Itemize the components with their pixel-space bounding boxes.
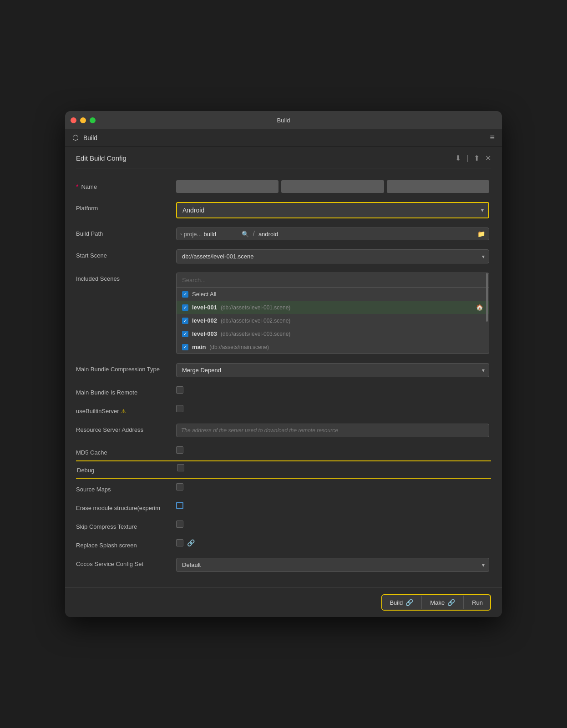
- debug-control: [177, 464, 488, 471]
- scene-name-level-003: level-003: [192, 330, 217, 337]
- resource-server-address-label: Resource Server Address: [76, 424, 176, 433]
- build-button-label: Build: [390, 599, 403, 606]
- erase-module-checkbox[interactable]: [176, 502, 183, 509]
- compression-type-select[interactable]: Merge Depend None Merge All JSON Mini Ga…: [176, 363, 489, 377]
- make-button-icon: 🔗: [447, 599, 455, 606]
- scene-checkbox-level-003[interactable]: ✓: [182, 331, 188, 337]
- path-folder-icon[interactable]: 📁: [477, 230, 485, 238]
- close-panel-button[interactable]: ✕: [485, 154, 491, 162]
- form-section: * Name Platform: [76, 176, 491, 576]
- bottom-bar: Build 🔗 Make 🔗 Run: [65, 587, 502, 617]
- use-builtin-server-checkbox[interactable]: [176, 405, 183, 412]
- main-bundle-is-remote-control: [176, 386, 489, 394]
- name-segment-1: [176, 180, 278, 193]
- source-maps-row: Source Maps: [76, 479, 489, 497]
- select-all-checkbox[interactable]: ✓: [182, 291, 188, 298]
- minimize-window-button[interactable]: [80, 117, 86, 123]
- main-bundle-is-remote-label-text: Main Bundle Is Remote: [76, 389, 137, 396]
- erase-module-row: Erase module structure(experim: [76, 497, 489, 516]
- save-config-icon[interactable]: ⬇: [455, 154, 461, 162]
- close-window-button[interactable]: [71, 117, 76, 123]
- scenes-panel: ✓ Select All ✓ level-001 (db://assets/le…: [176, 273, 489, 354]
- skip-compress-texture-label-text: Skip Compress Texture: [76, 523, 137, 530]
- cocos-service-config-label: Cocos Service Config Set: [76, 558, 176, 567]
- path-search-icon[interactable]: 🔍: [242, 231, 249, 238]
- divider: |: [466, 154, 468, 162]
- scene-checkbox-level-002[interactable]: ✓: [182, 318, 188, 324]
- cocos-service-config-select[interactable]: Default: [176, 558, 489, 572]
- skip-compress-texture-label: Skip Compress Texture: [76, 521, 176, 530]
- scene-checkbox-level-001[interactable]: ✓: [182, 304, 188, 311]
- start-scene-control: db://assets/level-001.scene db://assets/…: [176, 249, 489, 263]
- build-path-row: Build Path › proje... 🔍 / 📁: [76, 223, 489, 245]
- scenes-search-input[interactable]: [177, 273, 489, 288]
- debug-checkbox[interactable]: [177, 464, 184, 471]
- warn-icon: ⚠: [121, 408, 126, 415]
- action-buttons-group: Build 🔗 Make 🔗 Run: [381, 594, 491, 611]
- export-config-icon[interactable]: ⬆: [474, 154, 480, 162]
- run-button[interactable]: Run: [465, 596, 490, 610]
- source-maps-checkbox[interactable]: [176, 483, 183, 490]
- name-segment-3: [387, 180, 489, 193]
- md5-cache-control: [176, 446, 489, 454]
- scene-item-main[interactable]: ✓ main (db://assets/main.scene): [177, 340, 489, 354]
- resource-server-address-label-text: Resource Server Address: [76, 426, 143, 433]
- maximize-window-button[interactable]: [90, 117, 96, 123]
- scene-checkbox-main[interactable]: ✓: [182, 344, 188, 350]
- skip-compress-texture-control: [176, 521, 489, 528]
- skip-compress-texture-checkbox[interactable]: [176, 521, 183, 528]
- make-button-label: Make: [430, 599, 445, 606]
- use-builtin-server-label-text: useBuiltinServer: [76, 408, 119, 415]
- included-scenes-label: Included Scenes: [76, 273, 176, 282]
- replace-splash-external-link-icon[interactable]: 🔗: [187, 539, 195, 546]
- skip-compress-texture-row: Skip Compress Texture: [76, 516, 489, 535]
- scene-item-level-002[interactable]: ✓ level-002 (db://assets/level-002.scene…: [177, 314, 489, 327]
- replace-splash-screen-label: Replace Splash screen: [76, 539, 176, 549]
- build-path-label: Build Path: [76, 228, 176, 237]
- scenes-scrollbar: [486, 273, 488, 354]
- included-scenes-label-text: Included Scenes: [76, 275, 120, 282]
- start-scene-select[interactable]: db://assets/level-001.scene db://assets/…: [176, 249, 489, 263]
- edit-build-config-panel: Edit Build Config ⬇ | ⬆ ✕ * Name: [65, 147, 502, 587]
- platform-select[interactable]: Android iOS Web Mobile Web Desktop Windo…: [177, 203, 488, 217]
- menu-icon: ⬡: [72, 133, 79, 142]
- use-builtin-server-label: useBuiltinServer ⚠: [76, 405, 176, 415]
- included-scenes-control: ✓ Select All ✓ level-001 (db://assets/le…: [176, 273, 489, 354]
- replace-splash-screen-checkbox[interactable]: [176, 539, 183, 546]
- name-control: [176, 180, 489, 193]
- scene-item-level-003[interactable]: ✓ level-003 (db://assets/level-003.scene…: [177, 327, 489, 340]
- md5-cache-label: MD5 Cache: [76, 446, 176, 456]
- panel-title: Edit Build Config: [76, 154, 127, 162]
- replace-splash-screen-control: 🔗: [176, 539, 489, 546]
- build-button[interactable]: Build 🔗: [382, 595, 420, 610]
- scene-path-level-001: (db://assets/level-001.scene): [221, 304, 290, 311]
- menu-bar: ⬡ Build ≡: [65, 129, 502, 147]
- resource-server-address-control: [176, 424, 489, 437]
- platform-control: Android iOS Web Mobile Web Desktop Windo…: [176, 202, 489, 218]
- cocos-service-config-control: Default ▾: [176, 558, 489, 572]
- platform-label-text: Platform: [76, 205, 98, 212]
- md5-cache-checkbox[interactable]: [176, 446, 183, 454]
- name-row: * Name: [76, 176, 489, 197]
- scenes-scrollbar-thumb: [486, 273, 488, 321]
- panel-header-actions: ⬇ | ⬆ ✕: [455, 154, 491, 162]
- start-scene-label-text: Start Scene: [76, 252, 107, 259]
- make-button[interactable]: Make 🔗: [423, 595, 462, 610]
- select-all-item[interactable]: ✓ Select All: [177, 288, 489, 301]
- name-segment-2: [281, 180, 384, 193]
- scene-name-level-001: level-001: [192, 304, 217, 311]
- hamburger-menu-icon[interactable]: ≡: [490, 133, 495, 142]
- build-path-build-input[interactable]: [203, 231, 240, 238]
- source-maps-label: Source Maps: [76, 483, 176, 493]
- md5-cache-label-text: MD5 Cache: [76, 449, 107, 456]
- btn-separator-1: [421, 596, 422, 609]
- resource-server-address-input[interactable]: [176, 424, 489, 437]
- debug-label-text: Debug: [77, 467, 94, 474]
- scene-item-level-001[interactable]: ✓ level-001 (db://assets/level-001.scene…: [177, 301, 489, 314]
- erase-module-label-text: Erase module structure(experim: [76, 505, 160, 511]
- scene-home-icon-level-001: 🏠: [476, 304, 483, 311]
- debug-row: Debug: [76, 460, 491, 479]
- main-bundle-is-remote-checkbox[interactable]: [176, 386, 183, 394]
- included-scenes-row: Included Scenes ✓ Select All ✓ level-: [76, 268, 489, 359]
- build-path-android-input[interactable]: [258, 231, 476, 238]
